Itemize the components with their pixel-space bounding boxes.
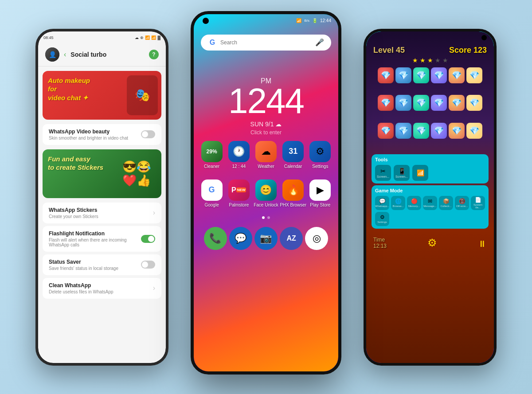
stars-bar: ★ ★ ★ ★ ★ [366,57,494,64]
gem-orange-3: 💎 [449,123,465,139]
game-bottom: Time 12:13 ⚙ ⏸ [366,232,494,254]
time-display: 12 44 [194,85,338,117]
game-mode-icons: 💬 Whatsapp... 🌐 Browse... 🔴 Memory... ✉ … [375,196,485,226]
gm-systemdata[interactable]: 📄 System da... [471,196,485,210]
gem-red-1: 💎 [378,67,394,83]
setting-clean-whatsapp[interactable]: Clean WhatsApp Delete useless files in W… [43,278,161,299]
phone-center: 📶 B/s 🔋 12:44 G 🎤 PM 12 [191,11,341,374]
game-level: Level 45 [373,46,405,55]
clock-icon: 🕐 [228,141,250,162]
green-banner-text: Fun and easyto create Stickers [48,155,103,172]
gem-green-1: 💎 [413,67,429,83]
game-time: Time 12:13 [373,237,387,249]
center-screen: 📶 B/s 🔋 12:44 G 🎤 PM 12 [194,14,338,371]
app-label: PHX Browser [280,203,306,207]
gm-message[interactable]: ✉ Message... [423,196,437,210]
red-banner-image: 🎭 [127,75,158,115]
search-input[interactable] [220,39,312,46]
dock-phone[interactable]: 📞 [204,227,227,250]
gem-blue-3: 💎 [395,123,411,139]
gm-settings[interactable]: ⚙ Settings [375,212,389,226]
setting-video-beauty: WhatsApp Video beauty Skin smoother and … [43,124,161,145]
app-clock[interactable]: 🕐 12 : 44 [226,141,252,169]
mic-icon[interactable]: 🎤 [315,38,324,47]
app-palmstore[interactable]: P NEW Palmstore [226,179,252,207]
setting-title: WhatsApp Stickers [49,207,98,213]
phone-right: Level 45 Score 123 ★ ★ ★ ★ ★ 💎 💎 💎 💎 💎 💎… [364,29,497,366]
tool-screenrecord[interactable]: 📱 Screen... [394,165,410,181]
game-header: Level 45 Score 123 [366,44,494,57]
center-status-icons: 📶 B/s 🔋 12:44 [296,18,331,23]
tools-panel-title: Tools [375,157,485,162]
gm-whatsapp[interactable]: 💬 Whatsapp... [375,196,389,210]
tap-text[interactable]: Click to enter [194,129,338,136]
app-label: Palmstore [229,203,249,207]
left-screen: 08:45 ☁ ⊕ 📶 📶 ▓ 👤 ‹ Social turbo ? [38,31,166,363]
setting-title: Status Saver [49,259,137,265]
tool-screenshot[interactable]: ✂ Screen... [375,165,391,181]
gem-green-2: 💎 [413,95,429,111]
arrow-right-icon: › [153,209,155,217]
google-icon: G [201,179,223,201]
app-weather[interactable]: ☁ Weather [253,141,279,169]
gem-purple-2: 💎 [431,95,447,111]
phx-icon: 🔥 [282,179,304,201]
game-mode-title: Game Mode [375,188,485,193]
gem-orange-1: 💎 [449,67,465,83]
tools-panel: Tools ✂ Screen... 📱 Screen... 📶 [372,154,489,183]
palmstore-icon: P NEW [228,179,250,201]
app-cleaner[interactable]: 29% Cleaner [199,141,225,169]
game-pause[interactable]: ⏸ [478,239,487,249]
right-screen: Level 45 Score 123 ★ ★ ★ ★ ★ 💎 💎 💎 💎 💎 💎… [366,31,494,363]
dot-2 [267,216,270,219]
gm-browser[interactable]: 🌐 Browse... [391,196,405,210]
setting-sub: Delete useless files in WhatsApp [49,289,113,294]
gem-orange-2: 💎 [449,95,465,111]
setting-sub: Create your own Stickers [49,214,98,219]
game-joystick[interactable]: ⚙ [427,237,437,249]
gem-purple-1: 💎 [431,67,447,83]
dock-chrome[interactable]: ◎ [305,227,328,250]
gem-green-3: 💎 [413,123,429,139]
app-play-store[interactable]: ▶ Play Store [307,179,333,207]
back-arrow-icon[interactable]: ‹ [64,51,66,59]
app-google[interactable]: G Google [199,179,225,207]
gm-collect[interactable]: 📦 Collecti... [439,196,453,210]
settings-icon: ⚙ [309,141,331,162]
arrow-right-icon: › [153,284,155,292]
gem-blue-2: 💎 [395,95,411,111]
gem-yellow-2: 💎 [466,95,482,111]
setting-sub: Flash will alert when there are incoming… [49,238,137,247]
dock-messages[interactable]: 💬 [229,227,252,250]
star-1: ★ [412,57,418,64]
tools-icons: ✂ Screen... 📱 Screen... 📶 [375,165,485,181]
app-label: 12 : 44 [232,164,246,169]
time-hours: 12 [228,85,266,117]
app-label: Google [204,203,219,207]
app-settings[interactable]: ⚙ Settings [307,141,333,169]
face-unlock-icon: 😊 [255,179,277,201]
game-mode-panel: Game Mode 💬 Whatsapp... 🌐 Browse... 🔴 Me… [372,185,489,229]
flashlight-toggle[interactable] [141,235,155,243]
dock-dictionary[interactable]: AZ [280,227,303,250]
play-store-icon: ▶ [309,179,331,201]
help-icon[interactable]: ? [149,50,159,59]
app-face-unlock[interactable]: 😊 Face Unlock [253,179,279,207]
search-bar[interactable]: G 🎤 [201,35,331,51]
app-calendar[interactable]: 31 Calendar [280,141,306,169]
left-status-time: 08:45 [43,35,54,40]
dock-camera[interactable]: 📷 [254,227,278,250]
gm-memory[interactable]: 🔴 Memory... [407,196,421,210]
tool-wifi[interactable]: 📶 [412,165,428,181]
status-saver-toggle[interactable] [141,261,155,269]
setting-stickers[interactable]: WhatsApp Stickers Create your own Sticke… [43,203,161,223]
app-phx[interactable]: 🔥 PHX Browser [280,179,306,207]
setting-title: Flashlight Notification [49,230,137,237]
app-label: Cleaner [204,164,219,169]
gem-purple-3: 💎 [431,123,447,139]
avatar: 👤 [45,47,59,62]
video-beauty-toggle[interactable] [141,130,155,138]
setting-title: Clean WhatsApp [49,282,113,289]
weather-icon: ☁ [255,141,277,162]
gm-offscreen[interactable]: 📵 Off-scre... [455,196,469,210]
